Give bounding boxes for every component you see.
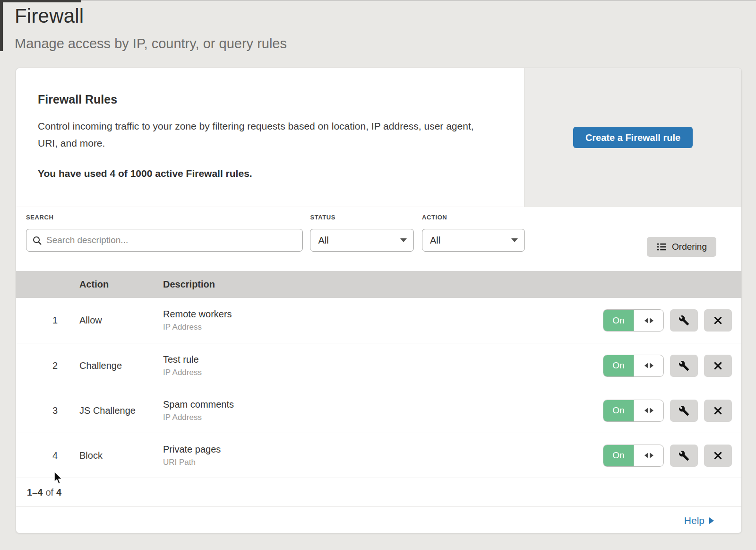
action-select-value: All [430,235,440,246]
rules-table-body: 1 Allow Remote workers IP Address On [16,298,741,478]
rule-match-type: IP Address [163,413,603,422]
rule-action: JS Challenge [79,405,163,416]
rule-action: Allow [79,315,163,326]
table-row: 4 Block Private pages URI Path On [16,433,741,478]
filter-bar: SEARCH STATUS All ACTION All [16,207,741,271]
rule-priority: 3 [16,405,79,416]
chevron-down-icon [511,238,518,242]
window-edge-top [0,0,81,2]
window-edge-top-faint [0,0,756,1]
status-select-value: All [318,235,328,246]
search-input[interactable] [46,235,297,245]
pagination-total: 4 [56,487,61,498]
edit-rule-button[interactable] [670,309,698,332]
delete-rule-button[interactable] [704,445,732,467]
rule-action: Challenge [79,360,163,371]
rule-priority: 1 [16,315,79,326]
x-icon [713,361,723,371]
rule-enabled-toggle[interactable]: On [603,355,664,377]
left-right-arrows-icon [634,400,663,421]
action-column-header: Action [79,279,163,290]
create-rule-panel: Create a Firewall rule [524,68,741,207]
table-header: Action Description [16,271,741,298]
toggle-on-label: On [603,310,634,331]
action-label: ACTION [422,214,525,221]
page-title: Firewall [15,5,756,27]
left-right-arrows-icon [634,310,663,331]
status-select[interactable]: All [310,229,414,252]
rule-description: Private pages [163,444,603,455]
mouse-cursor [53,471,65,486]
ordering-button-label: Ordering [672,242,707,252]
rule-enabled-toggle[interactable]: On [603,309,664,332]
wrench-icon [679,405,689,416]
help-link-label: Help [684,515,704,526]
pagination: 1–4 of 4 [16,478,741,506]
left-right-arrows-icon [634,445,663,466]
create-firewall-rule-button[interactable]: Create a Firewall rule [573,127,693,148]
edit-rule-button[interactable] [670,355,698,377]
rule-match-type: URI Path [163,458,603,467]
rule-priority: 2 [16,360,79,371]
chevron-down-icon [400,238,407,242]
edit-rule-button[interactable] [670,445,698,467]
wrench-icon [679,360,689,371]
toggle-on-label: On [603,400,634,421]
x-icon [713,315,723,325]
help-link[interactable]: Help [684,515,714,526]
rule-description: Spam comments [163,399,603,410]
rule-enabled-toggle[interactable]: On [603,400,664,422]
pagination-of: of [45,487,53,498]
window-edge-left [0,0,3,51]
table-row: 1 Allow Remote workers IP Address On [16,298,741,343]
list-icon [656,242,667,252]
search-icon [32,236,42,245]
wrench-icon [679,315,689,326]
triangle-right-icon [709,517,714,524]
rule-description: Test rule [163,354,603,365]
status-label: STATUS [310,214,414,221]
action-select[interactable]: All [422,229,525,252]
firewall-rules-info: Firewall Rules Control incoming traffic … [16,68,524,207]
table-row: 3 JS Challenge Spam comments IP Address … [16,388,741,433]
left-right-arrows-icon [634,355,663,376]
usage-note: You have used 4 of 1000 active Firewall … [38,168,496,179]
search-input-wrap [26,229,303,252]
help-row: Help [16,506,741,533]
section-title: Firewall Rules [38,93,496,106]
rule-match-type: IP Address [163,368,603,377]
delete-rule-button[interactable] [704,400,732,422]
rule-description: Remote workers [163,309,603,320]
rule-action: Block [79,450,163,461]
card-top-section: Firewall Rules Control incoming traffic … [16,68,741,207]
rule-enabled-toggle[interactable]: On [603,445,664,467]
section-description: Control incoming traffic to your zone by… [38,118,494,152]
x-icon [713,451,723,461]
edit-rule-button[interactable] [670,400,698,422]
description-column-header: Description [163,279,603,290]
pagination-range: 1–4 [27,487,43,498]
firewall-rules-card: Firewall Rules Control incoming traffic … [16,68,742,533]
rule-match-type: IP Address [163,323,603,332]
toggle-on-label: On [603,355,634,376]
ordering-button[interactable]: Ordering [647,237,716,257]
wrench-icon [679,450,689,461]
delete-rule-button[interactable] [704,309,732,332]
delete-rule-button[interactable] [704,355,732,377]
x-icon [713,406,723,416]
toggle-on-label: On [603,445,634,466]
page-header: Firewall Manage access by IP, country, o… [0,0,756,52]
rule-priority: 4 [16,450,79,461]
page-subtitle: Manage access by IP, country, or query r… [15,36,756,52]
table-row: 2 Challenge Test rule IP Address On [16,343,741,388]
search-label: SEARCH [26,214,303,221]
